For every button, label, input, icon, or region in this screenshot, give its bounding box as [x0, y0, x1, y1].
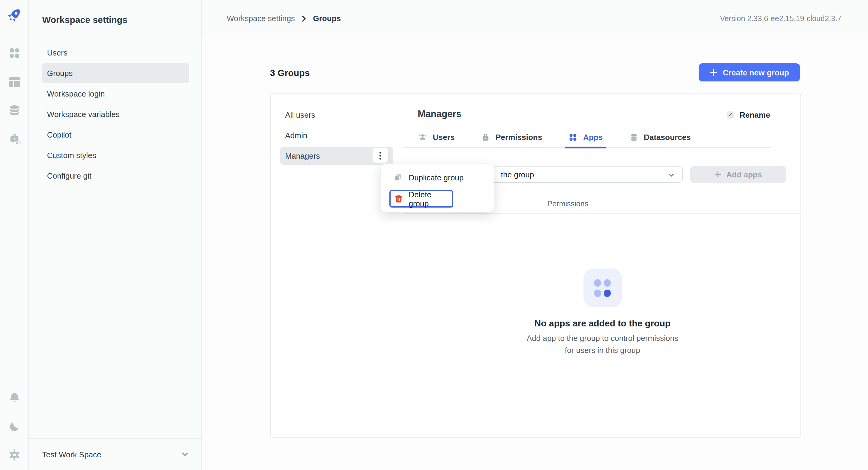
sidebar-item-workspace-login[interactable]: Workspace login: [42, 83, 189, 104]
breadcrumb: Workspace settings Groups: [227, 14, 341, 23]
groups-count-label: 3 Groups: [270, 67, 310, 78]
main-content: 3 Groups Create new group All users Admi…: [202, 37, 868, 470]
select-apps-dropdown-text: the group: [501, 170, 534, 179]
lock-icon: [481, 133, 490, 142]
delete-group-menu-item[interactable]: Delete group: [390, 190, 453, 208]
group-row-admin[interactable]: Admin: [280, 125, 393, 145]
tooljet-logo-rocket-icon[interactable]: [6, 7, 23, 24]
chevron-down-icon: [667, 171, 675, 179]
group-detail-tabs: Users Permissions Apps: [404, 127, 771, 148]
add-apps-button[interactable]: Add apps: [690, 166, 786, 183]
groups-card: All users Admin Managers Managers: [270, 93, 801, 438]
sidebar-item-configure-git[interactable]: Configure git: [42, 165, 189, 186]
dark-mode-moon-icon[interactable]: [8, 420, 21, 433]
tab-apps[interactable]: Apps: [569, 127, 603, 148]
marketplace-toolbox-icon[interactable]: [8, 133, 21, 146]
sidebar-menu: Users Groups Workspace login Workspace v…: [29, 42, 201, 186]
group-row-all-users[interactable]: All users: [280, 105, 393, 125]
group-detail-panel: Managers Rename Users: [404, 93, 801, 437]
notifications-bell-icon[interactable]: [8, 391, 21, 404]
group-context-menu: Duplicate group Delete group: [380, 164, 494, 212]
database-icon[interactable]: [8, 104, 21, 117]
group-options-kebab-button[interactable]: [373, 148, 388, 164]
breadcrumb-current: Groups: [313, 14, 341, 23]
duplicate-group-menu-item[interactable]: Duplicate group: [390, 169, 464, 186]
version-label: Version 2.33.6-ee2.15.19-cloud2.3.7: [720, 14, 841, 23]
tab-permissions[interactable]: Permissions: [481, 127, 542, 148]
apps-empty-state-icon: [583, 268, 622, 307]
sidebar-item-workspace-variables[interactable]: Workspace variables: [42, 104, 189, 124]
group-detail-title: Managers: [418, 109, 461, 119]
create-new-group-button[interactable]: Create new group: [699, 63, 800, 82]
rename-group-button[interactable]: Rename: [722, 108, 774, 122]
settings-sidebar: Workspace settings Users Groups Workspac…: [29, 0, 202, 470]
datasource-database-icon: [629, 133, 638, 142]
table-header-permissions: Permissions: [547, 200, 588, 208]
settings-gear-icon[interactable]: [8, 448, 21, 462]
tab-datasources[interactable]: Datasources: [629, 127, 691, 148]
breadcrumb-root[interactable]: Workspace settings: [227, 14, 295, 23]
page-header: Workspace settings Groups Version 2.33.6…: [202, 0, 868, 37]
plus-icon: [710, 68, 717, 76]
users-icon: [418, 133, 427, 142]
table-header-divider: [404, 213, 801, 213]
chevron-right-icon: [300, 15, 307, 22]
workspace-settings-page: Workspace settings Users Groups Workspac…: [0, 0, 868, 470]
plus-icon: [714, 171, 721, 178]
empty-state-description: Add app to the group to control permissi…: [404, 332, 801, 357]
sidebar-title: Workspace settings: [42, 14, 127, 25]
copy-icon: [393, 173, 403, 182]
trash-icon: [394, 194, 403, 203]
sidebar-item-custom-styles[interactable]: Custom styles: [42, 145, 189, 165]
empty-state-title: No apps are added to the group: [404, 318, 801, 328]
sidebar-item-users[interactable]: Users: [42, 42, 189, 63]
sidebar-item-copilot[interactable]: Copilot: [42, 124, 189, 145]
chevron-down-icon: [181, 450, 189, 459]
empty-state: No apps are added to the group Add app t…: [404, 268, 801, 357]
group-row-managers[interactable]: Managers: [280, 147, 393, 165]
sidebar-item-groups[interactable]: Groups: [42, 63, 189, 83]
tab-users[interactable]: Users: [418, 127, 455, 148]
group-list-column: All users Admin Managers: [271, 93, 403, 437]
edit-pencil-icon: [726, 110, 735, 119]
apps-grid-icon[interactable]: [8, 47, 21, 60]
workspace-switcher[interactable]: Test Work Space: [29, 438, 201, 470]
apps-grid-icon: [569, 133, 578, 142]
workflows-layout-icon[interactable]: [8, 76, 21, 89]
workspace-name: Test Work Space: [42, 450, 101, 459]
icon-rail: [0, 0, 29, 470]
